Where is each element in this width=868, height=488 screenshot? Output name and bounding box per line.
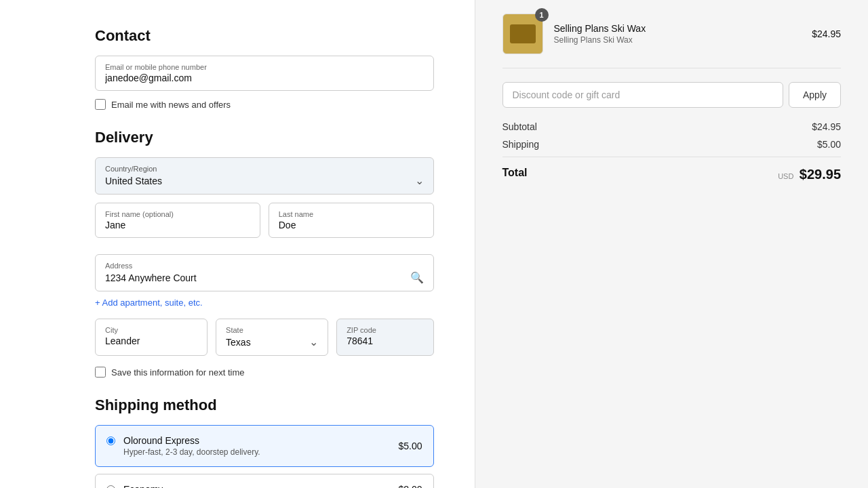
shipping-option-economy-left: Economy bbox=[106, 484, 163, 488]
product-sub: Selling Plans Ski Wax bbox=[554, 35, 802, 45]
shipping-option-name: Oloround Express bbox=[123, 435, 260, 446]
city-field: City bbox=[95, 319, 208, 356]
first-name-field: First name (optional) bbox=[95, 203, 260, 238]
contact-title: Contact bbox=[95, 27, 434, 45]
country-field[interactable]: Country/Region United States ⌄ bbox=[95, 157, 434, 195]
shipping-economy-name: Economy bbox=[123, 484, 163, 488]
total-value: $29.95 bbox=[800, 167, 841, 182]
contact-section: Contact Email or mobile phone number Ema… bbox=[95, 27, 434, 110]
product-quantity-badge: 1 bbox=[535, 8, 549, 22]
state-select[interactable]: Texas bbox=[226, 337, 309, 348]
add-apartment-link[interactable]: + Add apartment, suite, etc. bbox=[95, 298, 203, 308]
discount-input[interactable] bbox=[502, 82, 783, 108]
total-right: USD $29.95 bbox=[778, 167, 841, 182]
city-state-zip-row: City State Texas ⌄ ZIP code bbox=[95, 319, 434, 356]
state-field-inner: Texas ⌄ bbox=[226, 336, 318, 348]
save-info-row: Save this information for next time bbox=[95, 367, 434, 378]
first-name-label: First name (optional) bbox=[105, 210, 250, 218]
shipping-option-left: Oloround Express Hyper-fast, 2-3 day, do… bbox=[106, 435, 260, 457]
grand-total-row: Total USD $29.95 bbox=[502, 157, 842, 182]
address-field: Address 🔍 bbox=[95, 254, 434, 291]
product-row: 1 Selling Plans Ski Wax Selling Plans Sk… bbox=[502, 14, 842, 68]
subtotal-value: $24.95 bbox=[812, 121, 841, 132]
address-label: Address bbox=[105, 262, 424, 270]
last-name-input[interactable] bbox=[279, 220, 424, 230]
product-name: Selling Plans Ski Wax bbox=[554, 23, 802, 34]
state-chevron-icon: ⌄ bbox=[309, 336, 318, 348]
delivery-title: Delivery bbox=[95, 129, 434, 146]
zip-input[interactable] bbox=[347, 336, 423, 346]
shipping-option-price: $5.00 bbox=[398, 441, 422, 451]
subtotal-label: Subtotal bbox=[502, 121, 537, 132]
last-name-label: Last name bbox=[279, 210, 424, 218]
product-price: $24.95 bbox=[812, 28, 841, 39]
apply-button[interactable]: Apply bbox=[789, 82, 841, 108]
country-label: Country/Region bbox=[105, 165, 424, 173]
left-panel: Contact Email or mobile phone number Ema… bbox=[0, 0, 475, 488]
save-info-label: Save this information for next time bbox=[111, 367, 245, 378]
city-input[interactable] bbox=[105, 336, 197, 346]
name-row: First name (optional) Last name bbox=[95, 203, 434, 246]
email-news-row: Email me with news and offers bbox=[95, 99, 434, 110]
address-field-inner: 🔍 bbox=[105, 271, 424, 284]
totals: Subtotal $24.95 Shipping $5.00 Total USD… bbox=[502, 121, 842, 182]
zip-label: ZIP code bbox=[347, 326, 423, 334]
product-image-inner bbox=[510, 24, 536, 43]
shipping-option-economy-details: Economy bbox=[123, 484, 163, 488]
email-label: Email or mobile phone number bbox=[105, 63, 424, 71]
product-image-wrap: 1 bbox=[502, 14, 543, 54]
country-select[interactable]: United States bbox=[105, 176, 415, 186]
discount-row: Apply bbox=[502, 82, 842, 108]
total-label: Total bbox=[502, 167, 528, 182]
shipping-value: $5.00 bbox=[817, 139, 841, 150]
shipping-radio-economy[interactable] bbox=[106, 485, 115, 488]
email-news-checkbox[interactable] bbox=[95, 99, 106, 110]
shipping-row: Shipping $5.00 bbox=[502, 139, 842, 150]
shipping-option-details: Oloround Express Hyper-fast, 2-3 day, do… bbox=[123, 435, 260, 457]
shipping-label: Shipping bbox=[502, 139, 540, 150]
state-label: State bbox=[226, 326, 318, 334]
shipping-option-oloround[interactable]: Oloround Express Hyper-fast, 2-3 day, do… bbox=[95, 425, 434, 467]
state-field[interactable]: State Texas ⌄ bbox=[216, 319, 328, 356]
shipping-option-desc: Hyper-fast, 2-3 day, doorstep delivery. bbox=[123, 447, 260, 457]
save-info-checkbox[interactable] bbox=[95, 367, 106, 378]
product-info: Selling Plans Ski Wax Selling Plans Ski … bbox=[554, 23, 802, 45]
shipping-section: Shipping method Oloround Express Hyper-f… bbox=[95, 396, 434, 488]
email-news-label: Email me with news and offers bbox=[111, 100, 231, 110]
zip-field: ZIP code bbox=[336, 319, 433, 356]
shipping-title: Shipping method bbox=[95, 396, 434, 414]
email-input[interactable] bbox=[105, 73, 424, 83]
shipping-radio-oloround[interactable] bbox=[106, 436, 115, 445]
total-currency: USD bbox=[778, 172, 793, 180]
city-label: City bbox=[105, 326, 197, 334]
first-name-input[interactable] bbox=[105, 220, 250, 230]
subtotal-row: Subtotal $24.95 bbox=[502, 121, 842, 132]
right-panel: 1 Selling Plans Ski Wax Selling Plans Sk… bbox=[475, 0, 869, 488]
shipping-option-economy[interactable]: Economy $8.00 bbox=[95, 474, 434, 488]
email-field-wrapper: Email or mobile phone number bbox=[95, 56, 434, 91]
delivery-section: Delivery Country/Region United States ⌄ … bbox=[95, 129, 434, 378]
chevron-down-icon: ⌄ bbox=[415, 174, 424, 187]
country-select-inner: United States ⌄ bbox=[105, 174, 424, 187]
search-icon: 🔍 bbox=[410, 271, 424, 284]
shipping-economy-price: $8.00 bbox=[398, 484, 422, 488]
address-input[interactable] bbox=[105, 272, 410, 283]
last-name-field: Last name bbox=[269, 203, 434, 238]
